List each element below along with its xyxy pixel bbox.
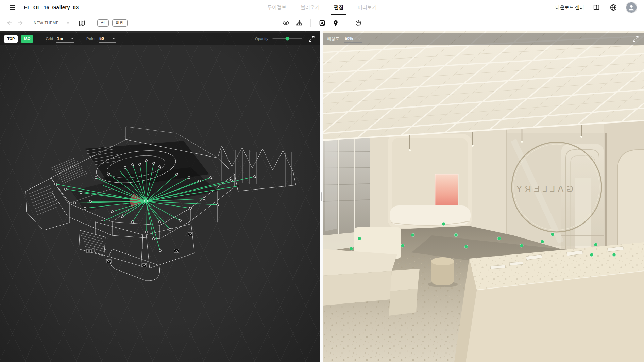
edit-toolbar: NEW THEME 씬 마커 xyxy=(0,15,644,31)
center-tool-group xyxy=(280,17,364,29)
point-size-dropdown[interactable]: 50 xyxy=(99,35,116,43)
opacity-label: Opacity xyxy=(255,37,268,41)
language-button[interactable] xyxy=(609,3,618,12)
undo-arrow-icon xyxy=(7,20,13,26)
gallery-render: GALLERY xyxy=(323,31,644,362)
marker-chip[interactable]: 마커 xyxy=(112,19,128,27)
tab-import[interactable]: 불러오기 xyxy=(300,0,320,15)
panel-splitter[interactable] xyxy=(320,31,323,362)
mesh-tool-button[interactable] xyxy=(293,17,305,29)
grid-label: Grid xyxy=(46,37,53,41)
hamburger-icon xyxy=(9,4,16,11)
fullscreen-icon xyxy=(632,36,639,42)
guide-book-button[interactable] xyxy=(592,3,601,12)
splitter-handle[interactable] xyxy=(321,192,322,201)
point-size-value: 50 xyxy=(99,36,104,41)
grid-size-dropdown[interactable]: 1m xyxy=(56,35,74,43)
display-counter xyxy=(454,242,644,362)
undo-button[interactable] xyxy=(5,18,15,28)
banquette-seat xyxy=(390,205,471,225)
tab-edit[interactable]: 편집 xyxy=(333,0,344,15)
book-open-icon xyxy=(593,4,600,11)
view-iso-button[interactable]: ISO xyxy=(21,35,33,43)
main-tabs: 투어정보 불러오기 편집 미리보기 xyxy=(267,0,377,15)
view-top-button[interactable]: TOP xyxy=(4,35,18,43)
render-viewport-toolbar: 해상도 50% xyxy=(323,33,644,45)
visibility-tool-button[interactable] xyxy=(280,17,291,29)
grid-size-value: 1m xyxy=(57,36,63,41)
resolution-dropdown[interactable]: 50% xyxy=(344,35,362,43)
header-right-group: 다운로드 센터 xyxy=(555,2,637,13)
wireframe-fullscreen-button[interactable] xyxy=(307,34,316,43)
render-fullscreen-button[interactable] xyxy=(631,34,640,43)
capture-frame-icon xyxy=(319,19,326,27)
chevron-down-icon xyxy=(66,22,70,24)
opacity-slider[interactable] xyxy=(272,38,302,39)
editor-split-view: TOP ISO Grid 1m Point 50 Opacity xyxy=(0,31,644,362)
fullscreen-icon xyxy=(308,36,315,42)
app-header: EL_OL_16_Gallery_03 투어정보 불러오기 편집 미리보기 다운… xyxy=(0,0,644,15)
asset-cube-icon xyxy=(355,20,362,27)
street-window xyxy=(323,132,370,236)
person-icon xyxy=(628,4,635,11)
tab-preview[interactable]: 미리보기 xyxy=(357,0,377,15)
resolution-label: 해상도 xyxy=(327,36,339,42)
eye-icon xyxy=(282,19,289,27)
resolution-value: 50% xyxy=(345,36,353,41)
toolbar-divider xyxy=(347,19,347,27)
redo-arrow-icon xyxy=(17,20,23,26)
render-canvas[interactable]: GALLERY xyxy=(323,31,644,362)
chevron-down-icon xyxy=(113,38,116,40)
camera-position-node[interactable] xyxy=(144,200,148,203)
marker-pin-tool-button[interactable] xyxy=(330,17,341,29)
side-archway xyxy=(617,150,644,249)
opacity-slider-thumb[interactable] xyxy=(286,37,289,41)
map-icon xyxy=(79,20,85,27)
round-stool xyxy=(428,257,458,287)
chevron-down-icon xyxy=(358,38,361,40)
layer-toggle-group: 씬 마커 xyxy=(97,19,128,27)
scene-chip[interactable]: 씬 xyxy=(97,19,109,27)
wireframe-viewport[interactable]: TOP ISO Grid 1m Point 50 Opacity xyxy=(0,31,320,362)
theme-dropdown-value: NEW THEME xyxy=(34,21,59,25)
chevron-down-icon xyxy=(70,38,73,40)
gallery-sign: GALLERY xyxy=(513,184,573,194)
render-preview-viewport[interactable]: GALLERY xyxy=(323,31,644,362)
scene-anchor-markers xyxy=(87,233,193,267)
theme-dropdown[interactable]: NEW THEME xyxy=(33,19,71,27)
download-center-link[interactable]: 다운로드 센터 xyxy=(555,4,584,11)
wireframe-viewport-toolbar: TOP ISO Grid 1m Point 50 Opacity xyxy=(0,33,320,45)
globe-icon xyxy=(610,4,617,11)
location-pin-icon xyxy=(332,20,339,27)
prism-icon xyxy=(296,19,303,27)
point-label: Point xyxy=(86,37,95,41)
tab-tour-info[interactable]: 투어정보 xyxy=(267,0,287,15)
user-avatar[interactable] xyxy=(626,2,637,13)
capture-frame-tool-button[interactable] xyxy=(316,17,328,29)
glass-wall: GALLERY xyxy=(507,133,606,248)
page-title: EL_OL_16_Gallery_03 xyxy=(24,4,79,10)
toolbar-divider xyxy=(310,19,311,27)
floorplan-map-button[interactable] xyxy=(77,18,87,28)
hamburger-menu-button[interactable] xyxy=(7,2,18,13)
asset-tool-button[interactable] xyxy=(353,17,364,29)
redo-button[interactable] xyxy=(15,18,25,28)
wireframe-canvas[interactable] xyxy=(0,31,320,362)
